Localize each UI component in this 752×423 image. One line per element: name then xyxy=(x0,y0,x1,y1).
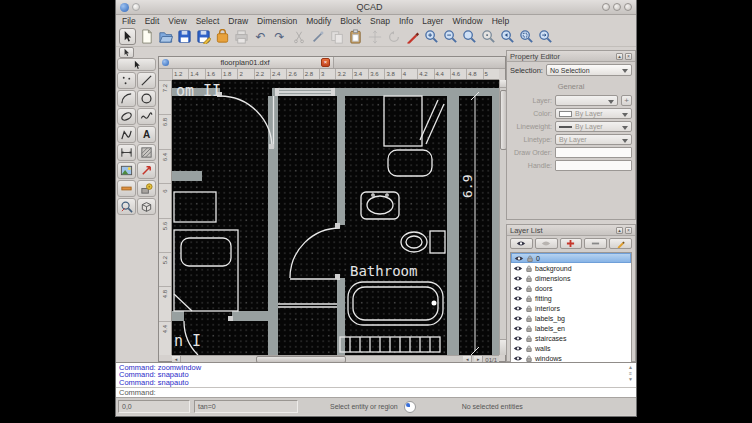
selection-pointer-icon[interactable] xyxy=(119,28,136,45)
layer-visible-icon[interactable] xyxy=(513,285,523,292)
trim-tool[interactable] xyxy=(117,180,136,197)
selection-dropdown[interactable]: No Selection xyxy=(546,64,632,76)
drawing-canvas[interactable]: om II n I Bathroom 6.9 xyxy=(172,80,499,355)
dimension-tool[interactable] xyxy=(117,144,136,161)
title-bar[interactable]: QCAD xyxy=(116,0,636,15)
layer-visible-icon[interactable] xyxy=(513,335,523,342)
layer-lock-icon[interactable] xyxy=(526,265,532,272)
layer-visible-icon[interactable] xyxy=(513,305,523,312)
layer-lock-icon[interactable] xyxy=(527,255,533,262)
menu-item[interactable]: Edit xyxy=(145,16,160,26)
glue-icon[interactable] xyxy=(309,28,326,45)
copy-icon[interactable] xyxy=(328,28,345,45)
layer-lock-icon[interactable] xyxy=(526,315,532,322)
layer-lock-icon[interactable] xyxy=(526,295,532,302)
layer-row[interactable]: labels_en xyxy=(511,323,631,333)
linetype-dropdown[interactable]: By Layer xyxy=(555,134,632,145)
select-tool[interactable] xyxy=(117,58,156,71)
menu-item[interactable]: Modify xyxy=(306,16,331,26)
menu-item[interactable]: Snap xyxy=(370,16,390,26)
layer-visible-icon[interactable] xyxy=(513,355,523,362)
scroll-down-icon[interactable]: ▼ xyxy=(628,376,633,382)
layer-visible-icon[interactable] xyxy=(513,345,523,352)
layer-row[interactable]: walls xyxy=(511,343,631,353)
print-icon[interactable] xyxy=(233,28,250,45)
layer-lock-icon[interactable] xyxy=(526,335,532,342)
layer-lock-icon[interactable] xyxy=(526,325,532,332)
layer-lock-icon[interactable] xyxy=(526,275,532,282)
block-tool[interactable] xyxy=(137,180,156,197)
layer-lock-icon[interactable] xyxy=(526,285,532,292)
hatch-tool[interactable] xyxy=(137,144,156,161)
menu-item[interactable]: Window xyxy=(452,16,482,26)
layer-visible-icon[interactable] xyxy=(513,275,523,282)
remove-layer-icon[interactable] xyxy=(584,238,607,249)
layer-visible-icon[interactable] xyxy=(513,325,523,332)
menu-item[interactable]: Layer xyxy=(422,16,443,26)
layer-row[interactable]: 0 xyxy=(511,253,631,263)
save-icon[interactable] xyxy=(176,28,193,45)
document-tab[interactable]: floorplan01.dxf xyxy=(159,57,334,68)
zoom-pan-icon[interactable] xyxy=(537,28,554,45)
add-layer-mini-icon[interactable] xyxy=(621,95,632,106)
layer-row[interactable]: staircases xyxy=(511,333,631,343)
menu-item[interactable]: Block xyxy=(340,16,361,26)
menu-item[interactable]: Dimension xyxy=(257,16,297,26)
solid-tool[interactable] xyxy=(137,198,156,215)
zoom-previous-icon[interactable] xyxy=(499,28,516,45)
rotate-icon[interactable] xyxy=(385,28,402,45)
zoom-window-icon[interactable] xyxy=(518,28,535,45)
layer-visible-icon[interactable] xyxy=(514,255,524,262)
panel-close-icon[interactable] xyxy=(625,227,632,234)
menu-item[interactable]: View xyxy=(168,16,186,26)
layer-dropdown[interactable] xyxy=(555,95,618,106)
arc-tool[interactable] xyxy=(117,90,136,107)
layer-row[interactable]: fitting xyxy=(511,293,631,303)
zoom-out-icon[interactable] xyxy=(442,28,459,45)
minimize-button[interactable] xyxy=(602,3,610,11)
layer-row[interactable]: dimensions xyxy=(511,273,631,283)
command-scroll[interactable]: ▲ ≡ ▼ xyxy=(626,364,635,382)
move-icon[interactable] xyxy=(366,28,383,45)
menu-item[interactable]: Draw xyxy=(228,16,248,26)
save-as-icon[interactable] xyxy=(195,28,212,45)
layer-lock-icon[interactable] xyxy=(526,345,532,352)
edit-layer-icon[interactable] xyxy=(609,238,632,249)
polyline-tool[interactable] xyxy=(117,126,136,143)
maximize-button[interactable] xyxy=(613,3,621,11)
layer-lock-icon[interactable] xyxy=(526,355,532,362)
show-all-layers-icon[interactable] xyxy=(510,238,533,249)
spline-tool[interactable] xyxy=(137,108,156,125)
document-close-icon[interactable] xyxy=(321,58,330,67)
menu-item[interactable]: Select xyxy=(196,16,220,26)
layer-lock-icon[interactable] xyxy=(526,305,532,312)
layer-row[interactable]: labels_bg xyxy=(511,313,631,323)
layer-visible-icon[interactable] xyxy=(513,265,523,272)
zoom-auto-icon[interactable] xyxy=(461,28,478,45)
undo-icon[interactable]: ↶ xyxy=(252,28,269,45)
text-tool[interactable]: A xyxy=(137,126,156,143)
image-tool[interactable] xyxy=(117,162,136,179)
layer-row[interactable]: doors xyxy=(511,283,631,293)
layer-list-titlebar[interactable]: Layer List xyxy=(507,225,635,236)
menu-item[interactable]: Info xyxy=(399,16,413,26)
lineweight-dropdown[interactable]: By Layer xyxy=(555,121,632,132)
panel-float-icon[interactable] xyxy=(616,53,623,60)
layer-visible-icon[interactable] xyxy=(513,295,523,302)
redo-icon[interactable]: ↷ xyxy=(271,28,288,45)
hide-all-layers-icon[interactable] xyxy=(535,238,558,249)
layer-row[interactable]: background xyxy=(511,263,631,273)
add-layer-icon[interactable] xyxy=(560,238,583,249)
open-file-icon[interactable] xyxy=(157,28,174,45)
zoom-original-icon[interactable] xyxy=(480,28,497,45)
panel-close-icon[interactable] xyxy=(625,53,632,60)
archive-icon[interactable] xyxy=(214,28,231,45)
close-button[interactable] xyxy=(624,3,632,11)
property-editor-titlebar[interactable]: Property Editor xyxy=(507,51,635,62)
ellipse-tool[interactable] xyxy=(117,108,136,125)
new-file-icon[interactable] xyxy=(138,28,155,45)
menu-item[interactable]: Help xyxy=(492,16,509,26)
paste-clipboard-icon[interactable] xyxy=(347,28,364,45)
layer-row[interactable]: interiors xyxy=(511,303,631,313)
menu-item[interactable]: File xyxy=(122,16,136,26)
